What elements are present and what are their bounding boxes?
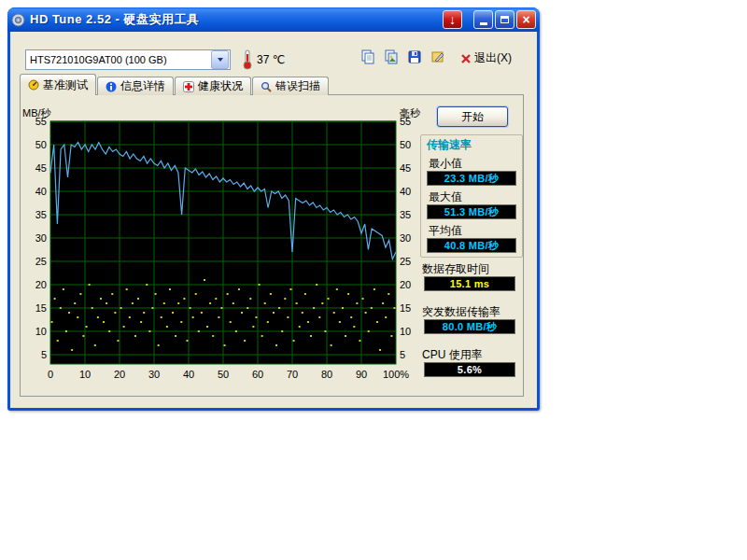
access-time-point: [227, 293, 229, 295]
access-time-point: [177, 302, 179, 304]
access-time-point: [108, 330, 110, 332]
drive-select-dropdown-button[interactable]: [211, 50, 229, 69]
maximize-button[interactable]: [495, 10, 514, 29]
y-tick-left: 5: [41, 349, 47, 360]
copy-screenshot-button[interactable]: [358, 48, 378, 66]
y-tick-left: 50: [35, 139, 47, 150]
access-time-point: [89, 284, 91, 286]
max-value-box: 51.3 MB/秒: [427, 204, 516, 219]
save-icon: [407, 49, 422, 64]
close-button[interactable]: ×: [516, 10, 536, 29]
access-time-point: [273, 312, 275, 314]
y-tick-right: 45: [400, 162, 411, 174]
save-screenshot-button[interactable]: [404, 48, 425, 66]
access-time-point: [209, 302, 211, 304]
options-button[interactable]: [428, 48, 448, 66]
x-tick: 50: [218, 369, 229, 380]
avg-label: 平均值: [429, 223, 462, 239]
min-label: 最小值: [429, 156, 462, 172]
exit-icon: [460, 53, 472, 64]
access-time-point: [252, 326, 254, 328]
tab-health[interactable]: 健康状况: [175, 77, 251, 95]
minimize-icon: [480, 22, 487, 25]
cpu-usage-value-box: 5.6%: [424, 362, 515, 377]
burst-rate-label: 突发数据传输率: [422, 304, 500, 320]
transfer-rate-group-title: 传输速率: [427, 137, 472, 153]
y-tick-right: 40: [400, 186, 411, 197]
benchmark-icon: [28, 79, 39, 91]
access-time-point: [304, 293, 306, 295]
maximize-icon: [500, 16, 509, 23]
down-arrow-icon: ↓: [449, 13, 456, 26]
access-time-point: [186, 340, 188, 342]
access-time-point: [347, 293, 349, 295]
access-time-point: [289, 288, 291, 290]
y-tick-left: 40: [35, 186, 47, 197]
access-time-point: [103, 321, 105, 323]
access-time-point: [120, 307, 122, 309]
access-time-point: [134, 335, 136, 337]
access-time-point: [238, 288, 240, 290]
y-tick-left: 35: [35, 209, 47, 220]
min-value-box: 23.3 MB/秒: [427, 171, 516, 186]
temperature-value: 37 ℃: [257, 53, 285, 66]
access-time-point: [259, 284, 261, 286]
burst-rate-value-box: 80.0 MB/秒: [424, 319, 515, 334]
access-time-point: [331, 344, 332, 346]
access-time-point: [249, 298, 251, 300]
access-time-point: [100, 298, 102, 300]
access-time-point: [204, 279, 205, 281]
access-time-point: [350, 316, 352, 318]
x-tick: 70: [287, 369, 298, 380]
access-time-point: [117, 340, 119, 342]
titlebar[interactable]: HD Tune 2.52 - 硬盘实用工具 ↓ ×: [7, 7, 540, 32]
capture-button[interactable]: ↓: [443, 10, 462, 29]
access-time-point: [155, 293, 157, 295]
x-tick: 80: [321, 369, 332, 380]
max-label: 最大值: [429, 189, 462, 205]
access-time-point: [393, 307, 395, 309]
access-time-point: [267, 321, 269, 323]
access-time-point: [356, 302, 358, 304]
hdtune-window: HD Tune 2.52 - 硬盘实用工具 ↓ × HTS721010G9AT0…: [7, 7, 540, 411]
y-tick-right: 30: [400, 232, 411, 244]
error-scan-icon: [261, 81, 272, 92]
minimize-button[interactable]: [473, 10, 493, 29]
start-button[interactable]: 开始: [437, 106, 508, 127]
client-area: HTS721010G9AT00 (100 GB) 37 ℃: [10, 32, 537, 408]
access-time-point: [371, 307, 373, 309]
access-time-point: [111, 293, 113, 295]
access-time-point: [230, 321, 232, 323]
access-time-label: 数据存取时间: [422, 261, 489, 277]
access-time-point: [183, 298, 185, 300]
benchmark-chart: MB/秒毫秒5510101515202025253030353540404545…: [22, 106, 437, 386]
close-icon: ×: [522, 13, 529, 26]
access-time-point: [313, 307, 315, 309]
access-time-point: [137, 298, 139, 300]
copy-image-button[interactable]: [381, 48, 402, 66]
access-time-point: [220, 307, 222, 309]
access-time-point: [172, 312, 174, 314]
access-time-point: [374, 288, 375, 290]
tab-error-scan-label: 错误扫描: [275, 78, 320, 94]
y-tick-left: 20: [35, 279, 47, 290]
x-tick: 0: [48, 369, 53, 380]
y-tick-right: 55: [400, 116, 411, 127]
access-time-point: [140, 321, 142, 323]
tab-benchmark-label: 基准测试: [43, 77, 88, 93]
access-time-point: [376, 321, 378, 323]
tab-benchmark[interactable]: 基准测试: [20, 74, 96, 95]
access-time-point: [388, 293, 389, 295]
access-time-point: [68, 312, 70, 314]
access-time-point: [235, 330, 237, 332]
access-time-point: [71, 349, 73, 351]
access-time-point: [65, 330, 67, 332]
y-tick-left: 45: [35, 162, 47, 174]
tab-info[interactable]: 信息详情: [97, 77, 174, 95]
tab-error-scan[interactable]: 错误扫描: [252, 77, 329, 95]
access-time-point: [123, 326, 125, 328]
y-tick-left: 25: [35, 256, 47, 267]
drive-select[interactable]: HTS721010G9AT00 (100 GB): [25, 49, 231, 70]
exit-button[interactable]: 退出(X): [460, 50, 512, 66]
access-time-point: [190, 307, 191, 309]
